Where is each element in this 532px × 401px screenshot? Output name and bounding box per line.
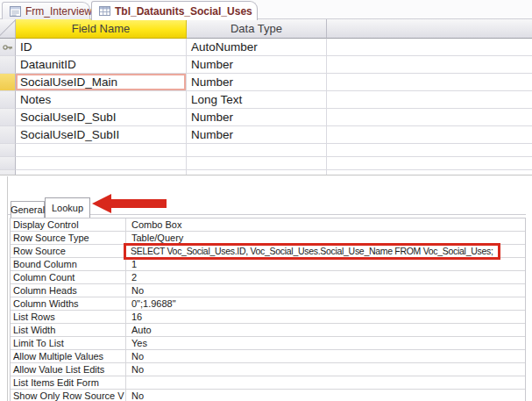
property-value[interactable]: 1 [126,258,525,270]
tab-lookup[interactable]: Lookup [45,197,90,218]
property-value-text: Auto [131,325,152,335]
property-value[interactable]: No [126,350,525,362]
document-tab-bar: Frm_Interviews Tbl_Dataunits_Social_Uses [0,0,532,19]
property-row: Allow Value List Edits No [11,363,525,376]
data-type-cell[interactable]: AutoNumber [187,39,327,56]
data-type-text: Number [191,75,233,89]
data-type-cell[interactable]: Number [187,109,327,126]
tab-lookup-label: Lookup [52,203,83,213]
property-name: Show Only Row Source V [11,390,126,401]
property-value-text: No [131,390,144,401]
property-value[interactable]: 16 [126,311,525,323]
table-row: ID AutoNumber [0,39,532,56]
property-name: Allow Value List Edits [11,363,126,376]
description-cell[interactable] [327,109,532,126]
description-cell[interactable] [327,91,532,109]
tab-frm-interviews[interactable]: Frm_Interviews [2,2,90,19]
description-cell[interactable] [327,56,532,74]
data-type-cell[interactable]: Number [187,126,327,144]
data-type-cell[interactable]: Number [187,74,327,91]
field-name-cell[interactable]: SocialUseID_SubI [16,109,187,126]
property-row: Row Source SELECT Voc_Social_Uses.ID, Vo… [11,245,525,258]
grid-header-row: Field Name Data Type [0,19,532,39]
description-cell[interactable] [327,157,532,170]
description-cell[interactable] [327,144,532,157]
row-selector[interactable] [0,56,16,74]
data-type-cell[interactable] [187,157,327,170]
primary-key-icon [3,42,13,53]
property-value[interactable]: SELECT Voc_Social_Uses.ID, Voc_Social_Us… [126,245,525,257]
description-cell[interactable] [327,170,532,175]
tab-general[interactable]: General [11,201,45,218]
property-name: Column Widths [11,297,126,310]
tab-tbl-dataunits-social-uses[interactable]: Tbl_Dataunits_Social_Uses [91,1,258,20]
property-row: Allow Multiple Values No [11,350,525,363]
description-cell[interactable] [327,126,532,144]
row-selector[interactable] [0,170,16,175]
property-row: List Items Edit Form [11,376,525,390]
field-name-cell[interactable]: DataunitID [16,56,187,74]
field-design-grid: Field Name Data Type ID AutoNumber [0,19,532,175]
data-type-cell[interactable]: Long Text [187,91,327,109]
description-header [327,19,532,39]
property-value[interactable]: 2 [126,271,525,283]
field-name-cell[interactable] [16,157,187,170]
property-row: Limit To List Yes [11,337,525,350]
data-type-cell[interactable] [187,144,327,157]
property-value[interactable]: No [126,363,525,376]
property-value[interactable]: No [126,284,525,297]
row-selector[interactable] [0,144,16,157]
property-name: Column Count [11,271,126,283]
table-icon [99,6,110,16]
property-value[interactable]: Yes [126,337,525,349]
property-name: Allow Multiple Values [11,350,126,362]
data-type-header: Data Type [187,19,327,39]
data-type-text: AutoNumber [191,40,258,54]
row-selector-header [0,19,16,39]
property-value[interactable]: 0";1.9688" [126,297,525,310]
field-name-text: SocialUseID_SubII [20,128,119,141]
row-selector[interactable] [0,39,16,56]
data-type-text: Number [191,128,233,141]
data-type-text: Number [191,58,233,71]
property-value[interactable]: No [126,390,525,401]
property-value[interactable]: Auto [126,324,525,336]
description-cell[interactable] [327,39,532,56]
property-value-text: Combo Box [131,219,181,230]
form-icon [10,6,21,17]
data-type-text: Long Text [191,93,242,106]
property-value-text: 1 [131,259,137,269]
empty-row [0,157,532,170]
property-value-text: 0";1.9688" [131,298,176,309]
property-row: Column Widths 0";1.9688" [11,297,525,311]
property-value[interactable] [126,376,525,389]
property-row: Column Count 2 [11,271,525,284]
field-name-cell[interactable] [16,170,187,175]
row-selector[interactable] [0,74,16,91]
row-selector[interactable] [0,109,16,126]
row-selector[interactable] [0,126,16,144]
field-name-cell[interactable]: ID [16,39,187,56]
tab-label: Frm_Interviews [25,5,97,18]
data-type-cell[interactable] [187,170,327,175]
data-type-header-label: Data Type [231,22,282,35]
field-name-cell[interactable]: SocialUseID_SubII [16,126,187,144]
field-name-text: ID [20,40,32,54]
field-name-cell[interactable]: SocialUseID_Main [16,74,187,91]
property-name: List Width [11,324,126,336]
property-value[interactable]: Combo Box [126,218,525,231]
property-name: List Rows [11,311,126,323]
property-value-text: No [131,364,144,375]
property-row: Bound Column 1 [11,258,525,271]
row-selector[interactable] [0,157,16,170]
data-type-cell[interactable]: Number [187,56,327,74]
red-arrow-icon [91,192,168,219]
field-name-header: Field Name [16,19,187,39]
table-row: SocialUseID_SubII Number [0,126,532,144]
row-selector[interactable] [0,91,16,109]
field-name-cell[interactable]: Notes [16,91,187,109]
field-name-cell[interactable] [16,144,187,157]
property-value-text: 2 [131,272,137,283]
description-cell[interactable] [327,74,532,91]
table-row: SocialUseID_SubI Number [0,109,532,126]
